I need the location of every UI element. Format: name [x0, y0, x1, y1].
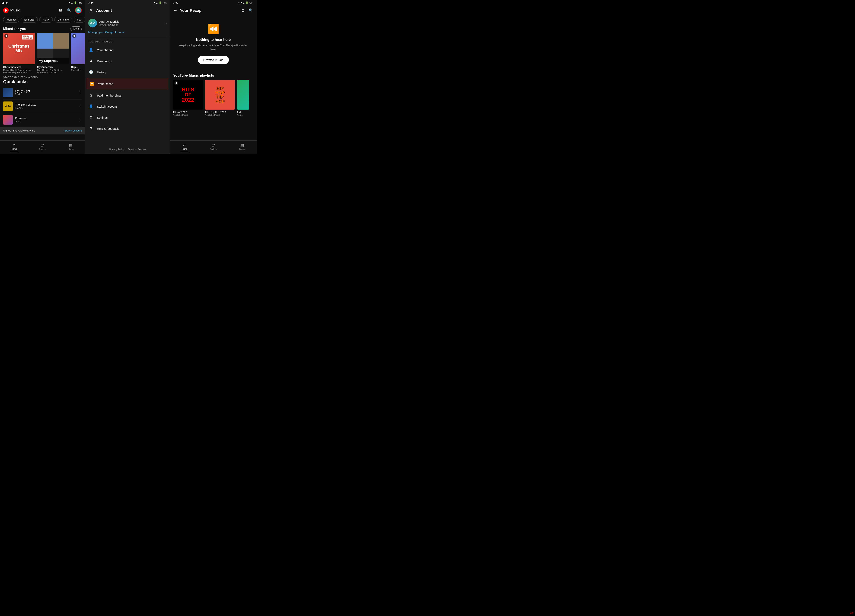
menu-history[interactable]: 🕐 History: [85, 66, 170, 78]
card-image-supermix: My Supermix: [37, 33, 69, 64]
time-p3: 3:50: [173, 1, 178, 4]
menu-your-recap[interactable]: ⏪ Your Recap: [87, 78, 168, 89]
recap-icon: ⏪: [89, 81, 95, 86]
playlist-author-hits2022: YouTube Music: [173, 114, 203, 116]
qp-title: Quick picks: [3, 79, 82, 84]
more-icon-flybynight[interactable]: ⋮: [78, 90, 82, 95]
song-item-flybynight[interactable]: Fly By Night Rush ⋮: [3, 86, 82, 100]
song-item-promises[interactable]: Promises Nero ⋮: [3, 113, 82, 127]
play-triangle: [5, 9, 8, 12]
switch-account-link[interactable]: Switch account: [64, 129, 82, 132]
chip-focus[interactable]: Fo...: [74, 17, 85, 23]
menu-paid-memberships[interactable]: $ Paid memberships: [85, 90, 170, 101]
search-button-p3[interactable]: 🔍: [248, 8, 254, 13]
cast-button-p3[interactable]: ⊡: [240, 8, 246, 13]
chip-workout[interactable]: Workout: [3, 17, 19, 23]
playlist-card-indie[interactable]: Indi... You...: [237, 80, 249, 116]
menu-label-switch: Switch account: [97, 105, 117, 108]
menu-your-channel[interactable]: 👤 Your channel: [85, 44, 170, 55]
battery-pct-p2: 43%: [162, 2, 167, 4]
song-title-flybynight: Fly By Night: [15, 89, 75, 93]
more-icon-oj[interactable]: ⋮: [78, 104, 82, 109]
christmas-card-title: Christmas Mix: [3, 66, 35, 69]
menu-switch-account[interactable]: 👤 Switch account: [85, 101, 170, 112]
bottom-nav-p1: ⌂ Home ◎ Explore ▤ Library: [0, 140, 85, 154]
song-thumb-promises: [3, 115, 13, 124]
song-title-oj: The Story of O.J.: [15, 103, 75, 106]
battery-icon-p2: 🔋: [159, 2, 161, 4]
user-row[interactable]: AM Andrew Myrick @AndrewMyrick ›: [85, 15, 170, 31]
card-rep[interactable]: Rep Rep... Rus... Shir...: [71, 33, 85, 74]
history-icon: 🕐: [88, 69, 94, 75]
status-icons-p1: ▾ ▲ 🔋 43%: [69, 2, 82, 4]
chip-energize[interactable]: Energize: [21, 17, 38, 23]
nav-home-label-p3: Home: [182, 148, 187, 150]
mixed-cards-row: BOBBYJINGLE BE ChristmasMix Christmas Mi…: [0, 33, 85, 74]
mixed-section-header: Mixed for you More: [0, 24, 85, 33]
menu-settings[interactable]: ⚙ Settings: [85, 112, 170, 123]
supermix-overlay: My Supermix: [37, 58, 69, 64]
song-artist-flybynight: Rush: [15, 93, 75, 96]
home-icon: ⌂: [13, 143, 15, 147]
card-christmas[interactable]: BOBBYJINGLE BE ChristmasMix Christmas Mi…: [3, 33, 35, 74]
nav-explore-label: Explore: [39, 148, 46, 150]
nav-home-p3[interactable]: ⌂ Home: [170, 141, 199, 154]
more-button[interactable]: More: [70, 26, 82, 31]
privacy-link[interactable]: Privacy Policy: [109, 148, 124, 151]
more-icon-promises[interactable]: ⋮: [78, 118, 82, 122]
playlists-row: HITS OF 2022 Hits of 2022 YouTube Music: [173, 80, 254, 116]
song-thumb-flybynight: [3, 88, 13, 97]
chip-commute[interactable]: Commute: [54, 17, 72, 23]
playlist-image-indie: [237, 80, 249, 110]
chips-row: Workout Energize Relax Commute Fo...: [0, 15, 85, 24]
footer-separator: •: [126, 148, 126, 151]
status-bar-p2: 3:44 ▾ ▲ 🔋 43%: [85, 0, 170, 5]
quick-picks-section: START RADIO FROM A SONG Quick picks: [0, 74, 85, 86]
manage-google-link[interactable]: Manage your Google Account: [85, 31, 170, 37]
chip-relax[interactable]: Relax: [39, 17, 52, 23]
snackbar-text: Signed in as Andrew Myrick: [3, 129, 35, 132]
nav-home-p1[interactable]: ⌂ Home: [0, 141, 28, 154]
avatar[interactable]: AM: [75, 7, 82, 14]
nav-explore-p3[interactable]: ◎ Explore: [199, 141, 228, 154]
menu-label-downloads: Downloads: [97, 60, 112, 63]
recap-empty-state: ⏪ Nothing to hear here Keep listening an…: [170, 15, 257, 70]
rewind-icon: ⏪: [208, 23, 219, 35]
close-button[interactable]: ✕: [88, 8, 94, 13]
back-button[interactable]: ←: [173, 8, 178, 13]
battery-icon-p3: 🔋: [246, 2, 248, 4]
battery-pct-p3: 42%: [249, 2, 254, 4]
nav-library-p1[interactable]: ▤ Library: [57, 141, 85, 154]
playlist-name-hiphop: Hip Hop Hits 2022: [205, 111, 235, 114]
supermix-card-title: My Supermix: [37, 66, 69, 69]
song-item-oj[interactable]: 4:44 The Story of O.J. E JAY-Z ⋮: [3, 100, 82, 113]
card-image-christmas: BOBBYJINGLE BE ChristmasMix: [3, 33, 35, 64]
nav-library-p3[interactable]: ▤ Library: [228, 141, 257, 154]
menu-downloads[interactable]: ⬇ Downloads: [85, 55, 170, 66]
cast-button[interactable]: ⊡: [58, 8, 63, 13]
warning-icon: ⚠: [238, 2, 240, 4]
status-icons-p2: ▾ ▲ 🔋 43%: [154, 2, 167, 4]
playlist-author-indie: You...: [237, 114, 249, 116]
qp-label: START RADIO FROM A SONG: [3, 76, 82, 78]
supermix-card-subtitle: Dirty Heads, Foo Fighters, Linkin Park, …: [37, 69, 69, 74]
play-indicator: [5, 34, 8, 38]
user-name: Andrew Myrick: [99, 20, 163, 23]
song-title-promises: Promises: [15, 117, 75, 120]
terms-link[interactable]: Terms of Service: [128, 148, 146, 151]
app-title: Music: [10, 8, 20, 12]
song-list: Fly By Night Rush ⋮ 4:44 The Story of O.…: [0, 86, 85, 127]
hiphop-text: HIPHOPHIPHOP: [215, 86, 225, 103]
card-supermix[interactable]: My Supermix My Supermix Dirty Heads, Foo…: [37, 33, 69, 74]
playlist-card-hits2022[interactable]: HITS OF 2022 Hits of 2022 YouTube Music: [173, 80, 203, 116]
nav-explore-label-p3: Explore: [210, 148, 217, 150]
browse-music-button[interactable]: Browse music: [198, 56, 229, 64]
recap-header: ← Your Recap ⊡ 🔍: [170, 5, 257, 15]
playlists-title: YouTube Music playlists: [173, 74, 254, 78]
menu-help[interactable]: ? Help & feedback: [85, 123, 170, 134]
playlist-name-indie: Indi...: [237, 111, 249, 114]
search-button[interactable]: 🔍: [66, 8, 72, 13]
playlist-card-hiphop[interactable]: HIPHOPHIPHOP HITS2022 Hip Hop Hits 2022 …: [205, 80, 235, 116]
nav-explore-p1[interactable]: ◎ Explore: [28, 141, 57, 154]
christmas-text: ChristmasMix: [8, 44, 30, 53]
